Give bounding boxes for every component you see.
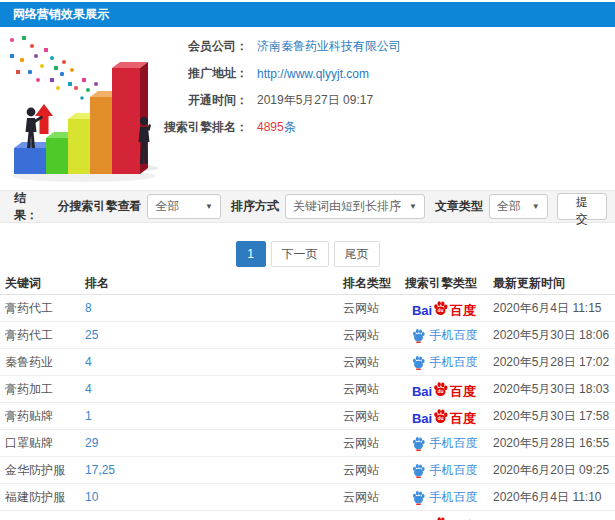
page-title: 网络营销效果展示 bbox=[13, 7, 109, 21]
baidu-logo-text-cn: 百度 bbox=[450, 385, 476, 398]
rank-link[interactable]: 8 bbox=[85, 301, 92, 315]
mobile-baidu-label: 手机百度 bbox=[430, 491, 478, 503]
confetti-dots bbox=[10, 36, 104, 100]
rank-type-cell: 云网站 bbox=[338, 381, 400, 398]
rank-link[interactable]: 29 bbox=[85, 436, 98, 450]
rank-count-value: 4895条 bbox=[257, 119, 296, 136]
mobile-baidu-logo: 手机百度 bbox=[411, 436, 478, 451]
rank-type-cell: 云网站 bbox=[338, 489, 400, 506]
updated-time-cell: 2020年5月30日 18:06 bbox=[488, 327, 615, 344]
submit-button[interactable]: 提交 bbox=[557, 193, 607, 220]
rank-type-cell: 云网站 bbox=[338, 462, 400, 479]
rank-cell: 1 bbox=[80, 409, 338, 423]
keyword-cell: 膏药代工 bbox=[0, 327, 80, 344]
mobile-baidu-label: 手机百度 bbox=[430, 464, 478, 476]
mobile-baidu-logo: 手机百度 bbox=[411, 463, 478, 478]
article-type-select[interactable]: 全部 ▼ bbox=[489, 194, 548, 219]
mobile-baidu-logo: 手机百度 bbox=[411, 490, 478, 505]
keyword-cell: 福建防护服 bbox=[0, 489, 80, 506]
baidu-paw-icon: du bbox=[432, 300, 449, 317]
filter-bar: 结果： 分搜索引擎查看 全部 ▼ 排序方式 关键词由短到长排序 ▼ 文章类型 全… bbox=[0, 190, 615, 223]
info-row-rank-count: 搜索引擎排名： 4895条 bbox=[164, 114, 401, 141]
pagination: 1 下一页 尾页 bbox=[0, 241, 615, 267]
table-row: 福建防护服10云网站手机百度2020年6月4日 11:10 bbox=[0, 484, 615, 511]
rank-count-suffix: 条 bbox=[284, 120, 296, 134]
rank-cell: 8 bbox=[80, 301, 338, 315]
window-title-bar: 网络营销效果展示 bbox=[0, 2, 615, 27]
updated-time-cell: 2020年5月28日 16:55 bbox=[488, 435, 615, 452]
baidu-logo: Baidu百度 bbox=[412, 516, 476, 520]
rank-cell: 10 bbox=[80, 490, 338, 504]
engine-type-cell: 手机百度 bbox=[400, 463, 488, 478]
result-label: 结果： bbox=[14, 190, 47, 224]
rank-link[interactable]: 10 bbox=[85, 490, 98, 504]
engine-type-cell: Baidu百度 bbox=[400, 300, 488, 317]
company-label: 会员公司： bbox=[164, 38, 248, 55]
sort-filter-value: 关键词由短到长排序 bbox=[293, 198, 401, 215]
header-engine-type: 搜索引擎类型 bbox=[400, 275, 488, 292]
updated-time-cell: 2020年6月4日 11:10 bbox=[488, 489, 615, 506]
company-name-link[interactable]: 济南秦鲁药业科技有限公司 bbox=[257, 38, 401, 55]
svg-text:du: du bbox=[438, 308, 444, 313]
page-button-current[interactable]: 1 bbox=[236, 241, 266, 267]
keyword-cell: 秦鲁药业 bbox=[0, 354, 80, 371]
table-row: 口罩贴牌29云网站手机百度2020年5月28日 16:55 bbox=[0, 430, 615, 457]
info-row-company: 会员公司： 济南秦鲁药业科技有限公司 bbox=[164, 33, 401, 60]
baidu-paw-icon bbox=[411, 355, 426, 370]
baidu-logo: Baidu百度 bbox=[412, 300, 476, 317]
sort-filter-select[interactable]: 关键词由短到长排序 ▼ bbox=[285, 194, 425, 219]
table-body: 膏药代工8云网站Baidu百度2020年6月4日 11:15膏药代工25云网站手… bbox=[0, 295, 615, 520]
keyword-cell: 金华防护服 bbox=[0, 462, 80, 479]
keyword-cell: 膏药代工 bbox=[0, 300, 80, 317]
engine-filter-select[interactable]: 全部 ▼ bbox=[147, 194, 221, 219]
table-header-row: 关键词 排名 排名类型 搜索引擎类型 最新更新时间 bbox=[0, 272, 615, 295]
updated-time-cell: 2020年6月20日 09:25 bbox=[488, 462, 615, 479]
rank-count-label: 搜索引擎排名： bbox=[164, 119, 248, 136]
mobile-baidu-logo: 手机百度 bbox=[411, 355, 478, 370]
rank-cell: 4 bbox=[80, 355, 338, 369]
updated-time-cell: 2020年5月30日 17:58 bbox=[488, 408, 615, 425]
table-row: 膏药代工25云网站手机百度2020年5月30日 18:06 bbox=[0, 322, 615, 349]
company-info-section: 会员公司： 济南秦鲁药业科技有限公司 推广地址： http://www.qlyy… bbox=[0, 30, 615, 188]
header-rank-type: 排名类型 bbox=[338, 275, 400, 292]
bar-chart-illustration bbox=[2, 32, 174, 184]
mobile-baidu-label: 手机百度 bbox=[430, 356, 478, 368]
keyword-rank-table: 关键词 排名 排名类型 搜索引擎类型 最新更新时间 膏药代工8云网站Baidu百… bbox=[0, 272, 615, 520]
rank-count-number: 4895 bbox=[257, 120, 284, 134]
rank-type-cell: 云网站 bbox=[338, 408, 400, 425]
table-row: 秦鲁药业4云网站手机百度2020年5月28日 17:02 bbox=[0, 349, 615, 376]
promo-url-link[interactable]: http://www.qlyyjt.com bbox=[257, 67, 369, 81]
rank-link[interactable]: 25 bbox=[85, 328, 98, 342]
rank-cell: 25 bbox=[80, 328, 338, 342]
svg-text:du: du bbox=[438, 416, 444, 421]
table-row: 膏药代工8云网站Baidu百度2020年6月4日 11:15 bbox=[0, 295, 615, 322]
baidu-logo-text-bai: Bai bbox=[412, 304, 432, 317]
marketing-results-page: 网络营销效果展示 bbox=[0, 0, 615, 520]
engine-type-cell: Baidu百度 bbox=[400, 516, 488, 520]
last-page-button[interactable]: 尾页 bbox=[334, 241, 380, 267]
table-row: 膏药贴牌1云网站Baidu百度2020年5月30日 17:58 bbox=[0, 403, 615, 430]
next-page-button[interactable]: 下一页 bbox=[271, 241, 329, 267]
keyword-cell: 膏药加工 bbox=[0, 381, 80, 398]
updated-time-cell: 2020年5月30日 18:03 bbox=[488, 381, 615, 398]
updated-time-cell: 2020年6月4日 11:15 bbox=[488, 300, 615, 317]
rank-link[interactable]: 4 bbox=[85, 355, 92, 369]
rank-type-cell: 云网站 bbox=[338, 300, 400, 317]
baidu-paw-icon bbox=[411, 490, 426, 505]
engine-type-cell: Baidu百度 bbox=[400, 381, 488, 398]
header-keyword: 关键词 bbox=[0, 275, 80, 292]
rank-link[interactable]: 1 bbox=[85, 409, 92, 423]
baidu-paw-icon: du bbox=[432, 408, 449, 425]
updated-time-cell: 2020年5月28日 17:02 bbox=[488, 354, 615, 371]
mobile-baidu-label: 手机百度 bbox=[430, 437, 478, 449]
rank-type-cell: 云网站 bbox=[338, 354, 400, 371]
rank-link[interactable]: 4 bbox=[85, 382, 92, 396]
baidu-logo: Baidu百度 bbox=[412, 381, 476, 398]
baidu-paw-icon: du bbox=[432, 516, 449, 520]
article-type-label: 文章类型 bbox=[435, 198, 483, 215]
table-row-partial: Baidu百度 bbox=[0, 511, 615, 520]
baidu-paw-icon: du bbox=[432, 381, 449, 398]
open-time-value: 2019年5月27日 09:17 bbox=[257, 92, 373, 109]
rank-link[interactable]: 17,25 bbox=[85, 463, 115, 477]
baidu-logo: Baidu百度 bbox=[412, 408, 476, 425]
